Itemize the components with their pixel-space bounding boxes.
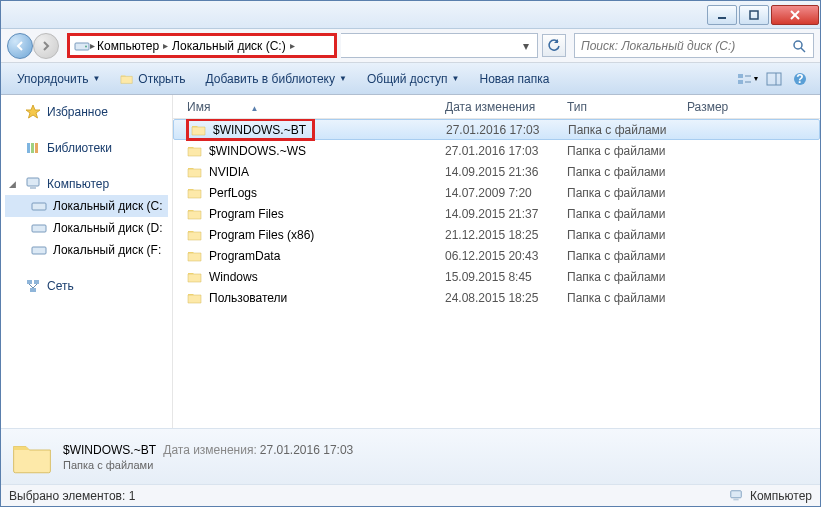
svg-line-27 xyxy=(29,284,33,288)
drive-icon xyxy=(31,242,47,258)
svg-rect-8 xyxy=(738,74,743,78)
status-bar: Выбрано элементов: 1 Компьютер xyxy=(1,484,820,506)
status-location: Компьютер xyxy=(750,489,812,503)
svg-rect-21 xyxy=(32,203,46,210)
svg-rect-26 xyxy=(30,288,36,292)
table-row[interactable]: Пользователи24.08.2015 18:25Папка с файл… xyxy=(173,287,820,308)
new-folder-button[interactable]: Новая папка xyxy=(471,68,557,90)
cell-type: Папка с файлами xyxy=(561,228,681,242)
cell-type: Папка с файлами xyxy=(561,270,681,284)
libraries-icon xyxy=(25,140,41,156)
add-to-library-menu[interactable]: Добавить в библиотеку▼ xyxy=(197,68,354,90)
breadcrumb-item[interactable]: Компьютер▸ xyxy=(95,39,170,53)
view-options-button[interactable]: ▼ xyxy=(736,67,760,91)
minimize-button[interactable] xyxy=(707,5,737,25)
sidebar-favorites[interactable]: Избранное xyxy=(5,101,168,123)
file-list: Имя▲ Дата изменения Тип Размер $WINDOWS.… xyxy=(173,95,820,428)
help-button[interactable]: ? xyxy=(788,67,812,91)
table-row[interactable]: $WINDOWS.~WS27.01.2016 17:03Папка с файл… xyxy=(173,140,820,161)
addr-free-area[interactable]: ▾ xyxy=(341,33,538,58)
column-headers: Имя▲ Дата изменения Тип Размер xyxy=(173,95,820,119)
svg-text:?: ? xyxy=(796,72,803,86)
cell-date: 14.07.2009 7:20 xyxy=(439,186,561,200)
forward-button[interactable] xyxy=(33,33,59,59)
column-size[interactable]: Размер xyxy=(681,100,761,114)
svg-rect-20 xyxy=(30,187,36,189)
table-row[interactable]: PerfLogs14.07.2009 7:20Папка с файлами xyxy=(173,182,820,203)
cell-name: $WINDOWS.~BT xyxy=(182,119,440,141)
address-dropdown-button[interactable]: ▾ xyxy=(517,37,535,55)
svg-point-6 xyxy=(794,41,802,49)
sidebar-drive-f[interactable]: Локальный диск (F: xyxy=(5,239,168,261)
cell-type: Папка с файлами xyxy=(561,165,681,179)
details-pane: $WINDOWS.~BT Дата изменения: 27.01.2016 … xyxy=(1,428,820,484)
status-selection: Выбрано элементов: 1 xyxy=(9,489,135,503)
preview-pane-button[interactable] xyxy=(762,67,786,91)
drive-icon xyxy=(74,38,90,54)
svg-rect-16 xyxy=(27,143,30,153)
column-name[interactable]: Имя▲ xyxy=(181,100,439,114)
close-button[interactable] xyxy=(771,5,819,25)
maximize-button[interactable] xyxy=(739,5,769,25)
cell-type: Папка с файлами xyxy=(561,207,681,221)
svg-rect-24 xyxy=(27,280,32,284)
cell-date: 21.12.2015 18:25 xyxy=(439,228,561,242)
cell-name: $WINDOWS.~WS xyxy=(181,144,439,158)
folder-icon xyxy=(11,438,53,476)
cell-name: Пользователи xyxy=(181,291,439,305)
column-type[interactable]: Тип xyxy=(561,100,681,114)
cell-date: 27.01.2016 17:03 xyxy=(439,144,561,158)
sidebar-drive-d[interactable]: Локальный диск (D: xyxy=(5,217,168,239)
cell-name: Program Files (x86) xyxy=(181,228,439,242)
sort-ascending-icon: ▲ xyxy=(250,104,258,113)
svg-line-7 xyxy=(801,48,805,52)
svg-rect-1 xyxy=(750,11,758,19)
refresh-button[interactable] xyxy=(542,34,566,57)
table-row[interactable]: ProgramData06.12.2015 20:43Папка с файла… xyxy=(173,245,820,266)
cell-type: Папка с файлами xyxy=(561,291,681,305)
svg-rect-29 xyxy=(731,490,742,497)
search-icon xyxy=(791,39,807,53)
sidebar-libraries[interactable]: Библиотеки xyxy=(5,137,168,159)
address-bar: ▸ Компьютер▸ Локальный диск (C:)▸ ▾ xyxy=(1,29,820,63)
table-row[interactable]: $WINDOWS.~BT27.01.2016 17:03Папка с файл… xyxy=(173,119,820,140)
svg-rect-19 xyxy=(27,178,39,186)
share-menu[interactable]: Общий доступ▼ xyxy=(359,68,468,90)
search-box[interactable] xyxy=(574,33,814,58)
computer-icon xyxy=(728,489,744,503)
cell-name: ProgramData xyxy=(181,249,439,263)
details-name: $WINDOWS.~BT xyxy=(63,443,156,457)
open-button[interactable]: Открыть xyxy=(112,68,193,90)
cell-date: 14.09.2015 21:37 xyxy=(439,207,561,221)
sidebar-network[interactable]: Сеть xyxy=(5,275,168,297)
network-icon xyxy=(25,278,41,294)
table-row[interactable]: NVIDIA14.09.2015 21:36Папка с файлами xyxy=(173,161,820,182)
titlebar xyxy=(1,1,820,29)
cell-date: 14.09.2015 21:36 xyxy=(439,165,561,179)
breadcrumb[interactable]: ▸ Компьютер▸ Локальный диск (C:)▸ xyxy=(67,33,337,58)
cell-type: Папка с файлами xyxy=(561,144,681,158)
cell-name: Windows xyxy=(181,270,439,284)
svg-rect-25 xyxy=(34,280,39,284)
drive-icon xyxy=(31,198,47,214)
svg-rect-12 xyxy=(767,73,781,85)
search-input[interactable] xyxy=(581,39,791,53)
svg-rect-9 xyxy=(738,80,743,84)
table-row[interactable]: Program Files (x86)21.12.2015 18:25Папка… xyxy=(173,224,820,245)
breadcrumb-item[interactable]: Локальный диск (C:)▸ xyxy=(170,39,297,53)
table-row[interactable]: Program Files14.09.2015 21:37Папка с фай… xyxy=(173,203,820,224)
svg-rect-22 xyxy=(32,225,46,232)
svg-rect-18 xyxy=(35,143,38,153)
table-row[interactable]: Windows15.09.2015 8:45Папка с файлами xyxy=(173,266,820,287)
organize-menu[interactable]: Упорядочить▼ xyxy=(9,68,108,90)
toolbar: Упорядочить▼ Открыть Добавить в библиоте… xyxy=(1,63,820,95)
back-button[interactable] xyxy=(7,33,33,59)
cell-type: Папка с файлами xyxy=(561,186,681,200)
computer-icon xyxy=(25,176,41,192)
cell-date: 27.01.2016 17:03 xyxy=(440,123,562,137)
cell-date: 06.12.2015 20:43 xyxy=(439,249,561,263)
sidebar-drive-c[interactable]: Локальный диск (C: xyxy=(5,195,168,217)
sidebar-computer[interactable]: ◢Компьютер xyxy=(5,173,168,195)
column-date[interactable]: Дата изменения xyxy=(439,100,561,114)
svg-rect-30 xyxy=(733,498,738,500)
